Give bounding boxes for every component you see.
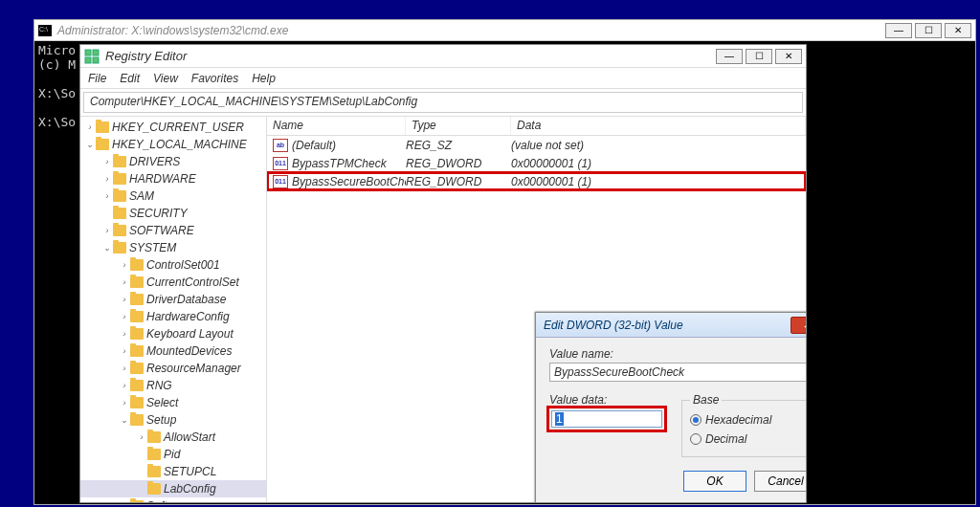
chevron-right-icon[interactable]: › — [119, 364, 130, 373]
menu-favorites[interactable]: Favorites — [191, 72, 238, 85]
tree-item-label: HKEY_CURRENT_USER — [112, 121, 244, 134]
cmd-titlebar[interactable]: Administrator: X:\windows\system32\cmd.e… — [34, 20, 975, 41]
chevron-right-icon[interactable]: › — [119, 501, 130, 502]
tree-item[interactable]: ›AllowStart — [80, 429, 266, 446]
folder-icon — [130, 276, 144, 288]
tree-item[interactable]: ›CurrentControlSet — [80, 274, 266, 291]
tree-item-label: DRIVERS — [129, 155, 180, 168]
regedit-tree[interactable]: ›HKEY_CURRENT_USER⌄HKEY_LOCAL_MACHINE›DR… — [80, 117, 267, 502]
tree-item[interactable]: ›ControlSet001 — [80, 256, 266, 274]
regedit-values-pane[interactable]: Name Type Data ab(Default)REG_SZ(value n… — [267, 117, 806, 502]
tree-item[interactable]: ⌄HKEY_LOCAL_MACHINE — [80, 136, 266, 153]
tree-item[interactable]: ⌄Setup — [80, 411, 266, 429]
tree-item[interactable]: ›DRIVERS — [80, 153, 266, 170]
chevron-down-icon[interactable]: ⌄ — [101, 243, 113, 253]
cmd-maximize-button[interactable]: ☐ — [915, 23, 942, 38]
value-data: 0x00000001 (1) — [511, 157, 806, 170]
menu-view[interactable]: View — [153, 72, 178, 85]
col-data[interactable]: Data — [511, 117, 806, 135]
chevron-right-icon[interactable]: › — [101, 174, 113, 184]
tree-item[interactable]: ›MountedDevices — [80, 342, 266, 360]
value-data-field[interactable]: 1 — [551, 410, 662, 428]
tree-item[interactable]: ›DriverDatabase — [80, 291, 266, 308]
tree-item[interactable]: ›Software — [80, 497, 266, 502]
chevron-right-icon[interactable]: › — [119, 260, 130, 270]
col-name[interactable]: Name — [267, 117, 406, 135]
tree-item-label: SOFTWARE — [129, 224, 194, 237]
folder-icon — [130, 380, 144, 391]
tree-item[interactable]: ›HARDWARE — [80, 170, 266, 187]
tree-item-label: AllowStart — [164, 430, 215, 444]
folder-icon — [130, 294, 144, 305]
radio-decimal[interactable]: Decimal — [690, 430, 806, 449]
value-row[interactable]: 011BypassSecureBootCheckREG_DWORD0x00000… — [267, 172, 806, 190]
value-data: (value not set) — [511, 139, 806, 152]
dialog-close-button[interactable]: ✕ — [791, 317, 806, 334]
folder-icon — [130, 363, 144, 374]
tree-item-label: SECURITY — [129, 207, 188, 220]
cmd-minimize-button[interactable]: — — [885, 23, 912, 38]
menu-edit[interactable]: Edit — [120, 72, 140, 85]
chevron-right-icon[interactable]: › — [119, 312, 130, 321]
tree-item[interactable]: ›HardwareConfig — [80, 308, 266, 325]
regedit-titlebar[interactable]: Registry Editor — ☐ ✕ — [80, 45, 806, 68]
tree-item[interactable]: ›Keyboard Layout — [80, 325, 266, 342]
folder-icon — [113, 173, 126, 185]
chevron-right-icon[interactable]: › — [101, 191, 113, 201]
regedit-minimize-button[interactable]: — — [716, 49, 743, 64]
chevron-down-icon[interactable]: ⌄ — [84, 140, 96, 149]
regedit-close-button[interactable]: ✕ — [775, 49, 802, 64]
svg-rect-2 — [85, 57, 91, 63]
cancel-button[interactable]: Cancel — [754, 471, 806, 492]
ok-button[interactable]: OK — [683, 471, 746, 492]
menu-file[interactable]: File — [88, 72, 106, 85]
regedit-path-bar[interactable]: Computer\HKEY_LOCAL_MACHINE\SYSTEM\Setup… — [83, 92, 803, 113]
chevron-down-icon[interactable]: ⌄ — [119, 415, 130, 425]
chevron-right-icon[interactable]: › — [101, 226, 113, 235]
cmd-close-button[interactable]: ✕ — [945, 23, 971, 38]
chevron-right-icon[interactable]: › — [119, 277, 130, 287]
chevron-right-icon[interactable]: › — [119, 346, 130, 356]
chevron-right-icon[interactable]: › — [119, 381, 130, 390]
chevron-right-icon[interactable]: › — [84, 122, 96, 132]
string-value-icon: ab — [273, 139, 288, 152]
tree-item[interactable]: SECURITY — [80, 205, 266, 222]
chevron-right-icon[interactable]: › — [119, 329, 130, 339]
values-header[interactable]: Name Type Data — [267, 117, 806, 136]
tree-item-label: ResourceManager — [146, 362, 241, 375]
tree-item-label: DriverDatabase — [146, 293, 226, 306]
regedit-title: Registry Editor — [105, 49, 716, 63]
folder-icon — [130, 397, 144, 408]
radio-hexadecimal[interactable]: Hexadecimal — [690, 410, 806, 430]
value-type: REG_DWORD — [406, 175, 511, 188]
tree-item[interactable]: ›RNG — [80, 377, 266, 394]
col-type[interactable]: Type — [406, 117, 511, 135]
tree-item[interactable]: Pid — [80, 446, 266, 463]
svg-rect-1 — [93, 50, 99, 55]
chevron-right-icon[interactable]: › — [119, 295, 130, 304]
tree-item[interactable]: ›HKEY_CURRENT_USER — [80, 119, 266, 136]
value-type: REG_DWORD — [406, 157, 511, 170]
tree-item[interactable]: SETUPCL — [80, 463, 266, 480]
folder-icon — [113, 225, 126, 236]
chevron-right-icon[interactable]: › — [101, 157, 113, 166]
regedit-maximize-button[interactable]: ☐ — [746, 49, 772, 64]
value-row[interactable]: 011BypassTPMCheckREG_DWORD0x00000001 (1) — [267, 154, 806, 172]
radio-icon — [690, 414, 702, 426]
tree-item[interactable]: ⌄SYSTEM — [80, 239, 266, 256]
tree-item[interactable]: ›ResourceManager — [80, 360, 266, 377]
value-row[interactable]: ab(Default)REG_SZ(value not set) — [267, 136, 806, 154]
tree-item[interactable]: ›SOFTWARE — [80, 222, 266, 239]
dialog-titlebar[interactable]: Edit DWORD (32-bit) Value ✕ — [536, 313, 806, 338]
chevron-right-icon[interactable]: › — [119, 398, 130, 408]
value-name-field[interactable] — [549, 363, 806, 382]
menu-help[interactable]: Help — [252, 72, 276, 85]
tree-item-label: Software — [146, 499, 191, 502]
folder-icon — [147, 483, 161, 495]
tree-item[interactable]: ›Select — [80, 394, 266, 411]
tree-item[interactable]: LabConfig — [80, 480, 266, 497]
tree-item[interactable]: ›SAM — [80, 187, 266, 205]
cmd-icon — [38, 25, 52, 36]
folder-icon — [147, 431, 161, 443]
chevron-right-icon[interactable]: › — [136, 432, 147, 442]
